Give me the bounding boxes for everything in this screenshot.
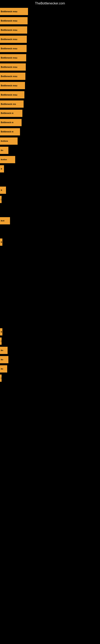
chart-gap-3 — [0, 226, 100, 238]
bar-row[interactable]: Bo — [0, 364, 100, 374]
bar-row[interactable]: Bottlen — [0, 155, 100, 164]
bar-row[interactable]: Bott — [0, 216, 100, 226]
bar-label: Bottlene — [0, 138, 18, 145]
site-title-bar: TheBottlenecker.com — [0, 0, 100, 7]
bar-row[interactable]: Bottleneck resu — [0, 72, 100, 81]
bar-row[interactable]: Bo — [0, 346, 100, 355]
bar-row[interactable]: Bottleneck re — [0, 118, 100, 127]
bar-label: B — [0, 238, 2, 246]
bar-label: Bottleneck re — [0, 119, 22, 126]
bar-label: Bottleneck resu — [0, 54, 26, 62]
bar-row[interactable]: Bottleneck resu — [0, 62, 100, 72]
bar-label: B — [0, 328, 2, 336]
chart-gap-2 — [0, 204, 100, 216]
bar-label: Bottleneck resu — [0, 73, 25, 80]
bar-row[interactable]: Bottlene — [0, 136, 100, 146]
chart-gap-large — [0, 247, 100, 327]
bar-row[interactable]: Bo — [0, 146, 100, 155]
bar-row[interactable]: Bottleneck re — [0, 109, 100, 118]
bar-label: | — [0, 374, 1, 382]
bar-row[interactable]: B — [0, 164, 100, 174]
bar-label: Bottleneck resu — [0, 17, 28, 24]
bar-row[interactable]: Bottleneck resu — [0, 25, 100, 34]
bar-row[interactable]: Bo — [0, 355, 100, 364]
bar-label: Bo — [0, 147, 8, 154]
bar-row[interactable]: Bottleneck resu — [0, 90, 100, 100]
bar-label: Bottleneck resu — [0, 8, 28, 15]
bar-row[interactable]: | — [0, 195, 100, 204]
bar-row[interactable]: Bottleneck resu — [0, 53, 100, 62]
bar-label: Bottleneck resu — [0, 26, 27, 34]
site-title: TheBottlenecker.com — [0, 0, 100, 7]
bar-row[interactable]: B — [0, 327, 100, 336]
bar-label: | — [0, 338, 1, 345]
bar-row[interactable]: Bottleneck res — [0, 100, 100, 109]
bar-label: Bottleneck res — [0, 100, 24, 108]
bar-label: Bo — [0, 356, 8, 363]
bar-label: Bottleneck resu — [0, 45, 27, 52]
bar-label: Bott — [0, 217, 10, 224]
bar-label: Bo — [0, 347, 8, 354]
bar-label: Bo — [0, 365, 7, 372]
chart-gap-bottom — [0, 383, 100, 407]
bar-row[interactable]: Bottleneck resu — [0, 34, 100, 44]
bar-label: Bottleneck re — [0, 128, 20, 136]
bar-label: Bottleneck resu — [0, 91, 24, 98]
bar-row[interactable]: Bottleneck resu — [0, 16, 100, 25]
bar-row[interactable]: B — [0, 238, 100, 247]
bar-row[interactable]: Bottleneck resu — [0, 44, 100, 53]
bar-label: Bottleneck re — [0, 110, 22, 117]
bar-row[interactable]: | — [0, 336, 100, 346]
bar-label: B — [0, 165, 4, 172]
chart-gap-1 — [0, 174, 100, 186]
bar-label: Bottleneck resu — [0, 36, 27, 43]
bar-label: Bottlen — [0, 156, 15, 163]
bar-label: Bottleneck resu — [0, 64, 26, 71]
bar-label: | — [0, 196, 1, 203]
bar-row[interactable]: Bottleneck resu — [0, 81, 100, 90]
bar-row[interactable]: B — [0, 186, 100, 195]
bar-row[interactable]: Bottleneck resu — [0, 7, 100, 16]
bar-row[interactable]: Bottleneck re — [0, 127, 100, 136]
chart-area: Bottleneck resu Bottleneck resu Bottlene… — [0, 7, 100, 407]
bar-row[interactable]: | — [0, 374, 100, 383]
bar-label: B — [0, 186, 6, 194]
bar-label: Bottleneck resu — [0, 82, 25, 89]
